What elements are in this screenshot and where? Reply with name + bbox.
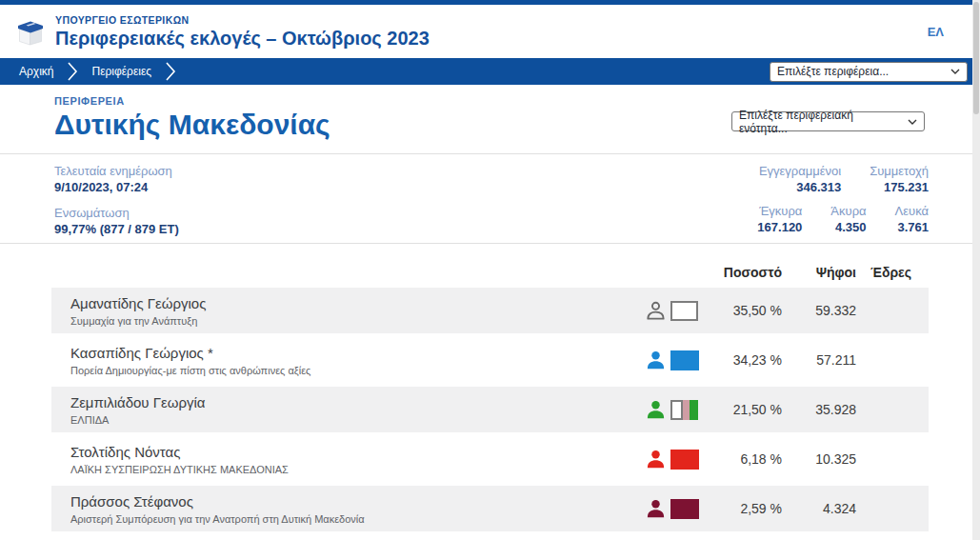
chevron-down-icon [908, 119, 917, 125]
last-update-label: Τελευταία ενημέρωση [54, 163, 179, 179]
ballot-box-logo-icon[interactable] [13, 15, 48, 48]
turnout-value: 175.231 [870, 179, 929, 195]
party-flag-icon [670, 499, 699, 519]
integration-label: Ενσωμάτωση [54, 205, 179, 221]
party-flag-icon [670, 400, 698, 420]
candidate-name: Πράσσος Στέφανος [70, 493, 645, 510]
percent-value: 2,59 % [704, 501, 782, 516]
votes-value: 57.211 [782, 352, 856, 368]
result-row[interactable]: Αμανατίδης Γεώργιος Συμμαχία για την Ανά… [51, 288, 929, 333]
valid-label: Έγκυρα [757, 203, 802, 219]
party-name: Συμμαχία για την Ανάπτυξη [70, 315, 645, 327]
percent-value: 35,50 % [704, 303, 782, 318]
site-header: ΥΠΟΥΡΓΕΙΟ ΕΣΩΤΕΡΙΚΩΝ Περιφερειακές εκλογ… [0, 5, 980, 58]
scrollbar-thumb[interactable] [973, 2, 979, 114]
results-rows: Αμανατίδης Γεώργιος Συμμαχία για την Ανά… [51, 288, 929, 531]
vertical-scrollbar[interactable] [972, 0, 980, 540]
regional-unit-select[interactable]: Επιλέξτε περιφερειακή ενότητα... [731, 111, 925, 131]
region-select[interactable]: Επιλέξτε περιφέρεια... [770, 62, 968, 82]
last-update-value: 9/10/2023, 07:24 [54, 179, 179, 195]
results-section: Ποσοστό Ψήφοι Έδρες Αμανατίδης Γεώργιος … [0, 244, 980, 531]
result-row[interactable]: Στολτίδης Νόντας ΛΑΪΚΗ ΣΥΣΠΕΙΡΩΣΗ ΔΥΤΙΚΗ… [51, 436, 929, 482]
percent-value: 34,23 % [704, 352, 782, 368]
party-flag-icon [670, 350, 699, 370]
integration-value: 99,77% (877 / 879 ΕΤ) [54, 221, 179, 237]
registered-label: Εγγεγραμμένοι [759, 163, 841, 179]
breadcrumb-regions[interactable]: Περιφέρειες [86, 65, 157, 78]
party-name: Αριστερή Συμπόρευση για την Ανατροπή στη… [70, 513, 645, 525]
votes-value: 4.324 [782, 501, 856, 516]
valid-value: 167.120 [757, 219, 802, 235]
votes-value: 10.325 [782, 451, 856, 467]
result-row[interactable]: Κασαπίδης Γεώργιος * Πορεία Δημιουργίας-… [51, 337, 929, 383]
region-section: ΠΕΡΙΦΕΡΕΙΑ Δυτικής Μακεδονίας Επιλέξτε π… [0, 85, 980, 153]
blank-value: 3.761 [895, 219, 929, 235]
seats-header: Έδρες [856, 265, 911, 280]
candidate-person-icon [645, 399, 667, 421]
result-row[interactable]: Ζεμπιλιάδου Γεωργία ΕΛΠΙΔΑ 21,50 % 35.92… [51, 387, 929, 432]
party-name: Πορεία Δημιουργίας-με πίστη στις ανθρώπι… [70, 365, 645, 376]
results-table-header: Ποσοστό Ψήφοι Έδρες [51, 244, 929, 288]
party-flag-icon [670, 301, 698, 321]
candidate-name: Στολτίδης Νόντας [70, 444, 645, 460]
candidate-person-icon [645, 449, 667, 470]
percent-value: 6,18 % [704, 451, 782, 467]
chevron-down-icon [950, 69, 960, 74]
votes-header: Ψήφοι [782, 265, 856, 280]
candidate-person-icon [645, 498, 667, 520]
breadcrumb-chevron-icon [67, 61, 78, 82]
turnout-label: Συμμετοχή [870, 163, 929, 179]
ministry-name: ΥΠΟΥΡΓΕΙΟ ΕΣΩΤΕΡΙΚΩΝ [55, 14, 430, 26]
percent-value: 21,50 % [704, 402, 782, 417]
breadcrumb-bar: Αρχική Περιφέρειες Επιλέξτε περιφέρεια..… [0, 58, 980, 85]
candidate-person-icon [645, 300, 667, 322]
party-flag-icon [670, 450, 699, 470]
breadcrumb-home[interactable]: Αρχική [13, 65, 59, 78]
regional-unit-select-value: Επιλέξτε περιφερειακή ενότητα... [739, 109, 900, 135]
result-row[interactable]: Πράσσος Στέφανος Αριστερή Συμπόρευση για… [51, 486, 929, 531]
stats-section: Τελευταία ενημέρωση 9/10/2023, 07:24 Ενσ… [0, 154, 980, 243]
breadcrumb-chevron-icon [165, 61, 176, 82]
party-name: ΛΑΪΚΗ ΣΥΣΠΕΙΡΩΣΗ ΔΥΤΙΚΗΣ ΜΑΚΕΔΟΝΙΑΣ [70, 464, 645, 475]
registered-value: 346.313 [759, 179, 841, 195]
invalid-value: 4.350 [830, 219, 866, 235]
candidate-person-icon [645, 350, 667, 371]
candidate-name: Ζεμπιλιάδου Γεωργία [70, 394, 645, 410]
language-switch[interactable]: ΕΛ [928, 25, 944, 39]
votes-value: 59.332 [782, 303, 856, 318]
votes-value: 35.928 [782, 402, 856, 417]
page-title: Περιφερειακές εκλογές – Οκτώβριος 2023 [55, 28, 430, 50]
candidate-name: Αμανατίδης Γεώργιος [70, 295, 645, 311]
percent-header: Ποσοστό [704, 265, 782, 280]
region-select-value: Επιλέξτε περιφέρεια... [777, 65, 889, 78]
party-name: ΕΛΠΙΔΑ [70, 414, 645, 426]
region-label: ΠΕΡΙΦΕΡΕΙΑ [54, 95, 980, 107]
candidate-name: Κασαπίδης Γεώργιος * [70, 345, 645, 361]
invalid-label: Άκυρα [830, 203, 866, 219]
blank-label: Λευκά [895, 203, 929, 219]
